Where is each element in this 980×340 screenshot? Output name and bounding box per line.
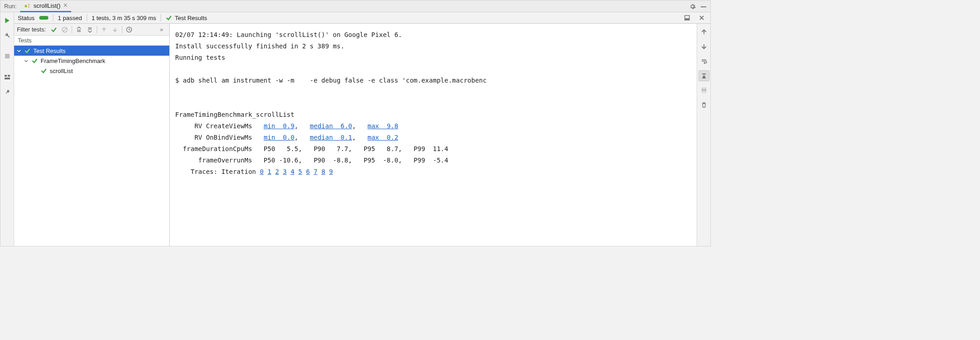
run-button[interactable] bbox=[2, 15, 13, 26]
tree-test-label: scrollList bbox=[50, 68, 73, 74]
test-tree-panel: Filter tests: » Tests bbox=[14, 24, 170, 246]
right-toolbar bbox=[697, 24, 710, 246]
check-icon bbox=[166, 15, 172, 21]
trace-link[interactable]: 7 bbox=[314, 168, 318, 175]
metric-label: RV OnBindViewMs bbox=[194, 134, 252, 141]
trace-link[interactable]: 0 bbox=[260, 168, 263, 175]
check-icon bbox=[31, 58, 38, 64]
svg-rect-5 bbox=[5, 78, 10, 79]
up-arrow-icon[interactable] bbox=[699, 26, 709, 37]
metric-link[interactable]: median 0.1 bbox=[310, 134, 352, 141]
metric-label: RV CreateViewMs bbox=[194, 122, 252, 130]
console-line: Install successfully finished in 2 s 389… bbox=[175, 42, 344, 50]
wrench-icon[interactable] bbox=[2, 30, 13, 41]
test-tree[interactable]: Test Results FrameTimingBenchmark scroll… bbox=[14, 46, 169, 246]
check-icon bbox=[41, 68, 47, 74]
trace-link[interactable]: 9 bbox=[329, 168, 333, 175]
tree-test[interactable]: scrollList bbox=[14, 66, 169, 76]
run-tab[interactable]: scrollList() × bbox=[20, 0, 71, 12]
svg-rect-11 bbox=[702, 88, 706, 89]
svg-line-9 bbox=[63, 28, 67, 31]
tree-suite[interactable]: FrameTimingBenchmark bbox=[14, 56, 169, 66]
layout-icon[interactable] bbox=[2, 72, 13, 83]
tab-label: scrollList() bbox=[33, 2, 60, 9]
tree-suite-label: FrameTimingBenchmark bbox=[41, 58, 105, 64]
trace-link[interactable]: 3 bbox=[283, 168, 287, 175]
down-arrow-icon[interactable] bbox=[699, 41, 709, 52]
trace-link[interactable]: 5 bbox=[298, 168, 302, 175]
passed-count: 1 passed bbox=[58, 15, 82, 21]
close-icon[interactable] bbox=[697, 13, 707, 23]
trace-link[interactable]: 6 bbox=[306, 168, 310, 175]
console-output[interactable]: 02/07 12:14:49: Launching 'scrollList()'… bbox=[170, 24, 697, 246]
traces-label: Traces: Iteration bbox=[175, 168, 260, 175]
android-test-icon bbox=[24, 2, 31, 9]
status-pill-icon bbox=[39, 16, 48, 20]
sort-desc-icon[interactable] bbox=[85, 25, 95, 35]
metric-link[interactable]: min 0.0 bbox=[264, 134, 294, 141]
history-icon[interactable] bbox=[124, 25, 134, 35]
pin-icon[interactable] bbox=[2, 86, 13, 97]
metric-link[interactable]: max 0.2 bbox=[367, 134, 398, 141]
status-bar: Status 1 passed 1 tests, 3 m 35 s 309 ms… bbox=[14, 12, 710, 24]
prev-failed-icon[interactable] bbox=[99, 25, 109, 35]
breadcrumb: Test Results bbox=[166, 15, 207, 21]
soft-wrap-icon[interactable] bbox=[699, 56, 709, 67]
svg-rect-3 bbox=[5, 75, 7, 77]
metric-row: frameDurationCpuMs P50 5.5, P90 7.7, P95… bbox=[175, 145, 448, 152]
run-label: Run: bbox=[4, 3, 16, 10]
filter-label: Filter tests: bbox=[17, 26, 46, 33]
svg-rect-13 bbox=[703, 91, 705, 93]
tests-header: Tests bbox=[14, 36, 169, 46]
run-tool-window: Run: scrollList() × Status bbox=[0, 0, 711, 246]
svg-rect-1 bbox=[701, 6, 706, 7]
close-tab-icon[interactable]: × bbox=[63, 2, 68, 9]
breadcrumb-label: Test Results bbox=[175, 15, 207, 21]
trace-link[interactable]: 1 bbox=[267, 168, 271, 175]
svg-rect-2 bbox=[5, 54, 10, 58]
metric-link[interactable]: median 6.0 bbox=[310, 122, 352, 130]
filter-ignored-icon[interactable] bbox=[60, 25, 70, 35]
status-label: Status bbox=[18, 15, 35, 21]
console-line: Running tests bbox=[175, 54, 225, 61]
metric-link[interactable]: min 0.9 bbox=[264, 122, 294, 130]
minimize-icon[interactable] bbox=[699, 1, 709, 11]
settings-icon[interactable] bbox=[688, 1, 698, 11]
stop-button[interactable] bbox=[2, 51, 13, 62]
filter-bar: Filter tests: » bbox=[14, 24, 169, 36]
sort-asc-icon[interactable] bbox=[74, 25, 84, 35]
console-line: 02/07 12:14:49: Launching 'scrollList()'… bbox=[175, 31, 402, 38]
print-icon[interactable] bbox=[699, 85, 709, 96]
metric-link[interactable]: max 9.8 bbox=[367, 122, 398, 130]
more-icon[interactable]: » bbox=[156, 25, 167, 35]
bench-title: FrameTimingBenchmark_scrollList bbox=[175, 111, 294, 118]
tree-root-label: Test Results bbox=[33, 47, 66, 54]
metric-row: frameOverrunMs P50 -10.6, P90 -8.8, P95 … bbox=[175, 157, 448, 164]
check-icon bbox=[24, 47, 31, 54]
trace-link[interactable]: 8 bbox=[321, 168, 325, 175]
svg-rect-4 bbox=[8, 75, 10, 77]
trace-link[interactable]: 2 bbox=[275, 168, 279, 175]
console-line: $ adb shell am instrument -w -m -e debug… bbox=[175, 77, 487, 84]
trace-link[interactable]: 4 bbox=[291, 168, 294, 175]
left-toolbar bbox=[0, 12, 14, 246]
titlebar: Run: scrollList() × bbox=[0, 0, 710, 12]
filter-passed-icon[interactable] bbox=[49, 25, 59, 35]
tree-root[interactable]: Test Results bbox=[14, 46, 169, 56]
chevron-down-icon bbox=[24, 58, 29, 64]
export-icon[interactable] bbox=[682, 13, 692, 23]
chevron-down-icon bbox=[17, 47, 21, 54]
trash-icon[interactable] bbox=[699, 99, 709, 110]
svg-rect-7 bbox=[685, 18, 689, 20]
next-failed-icon[interactable] bbox=[110, 25, 120, 35]
status-summary: 1 tests, 3 m 35 s 309 ms bbox=[92, 15, 156, 21]
scroll-to-end-icon[interactable] bbox=[699, 70, 709, 81]
